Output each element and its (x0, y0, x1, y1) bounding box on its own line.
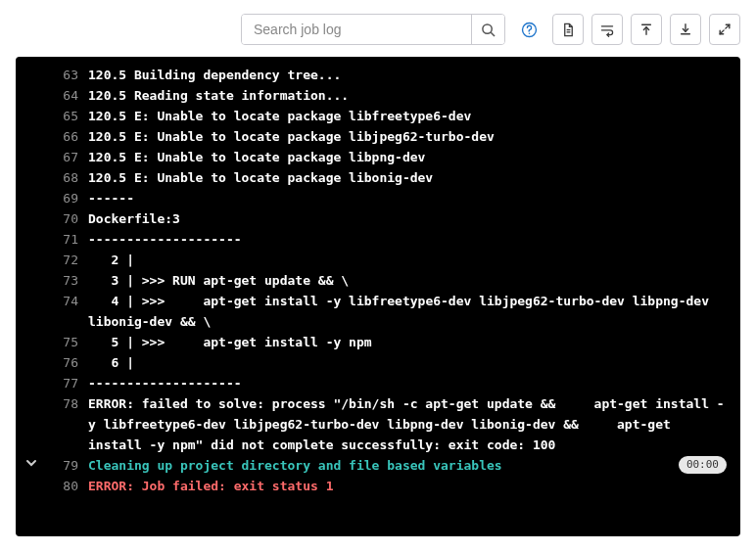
log-line-content: 2 | (88, 250, 731, 270)
arrow-up-to-line-icon (639, 23, 653, 36)
arrow-down-to-line-icon (679, 23, 692, 36)
help-button[interactable] (513, 14, 544, 45)
log-line: 67120.5 E: Unable to locate package libp… (16, 147, 740, 167)
log-line: 80ERROR: Job failed: exit status 1 (16, 476, 740, 496)
log-line: 74 4 | >>> apt-get install -y libfreetyp… (16, 291, 740, 332)
log-line: 68120.5 E: Unable to locate package libo… (16, 167, 740, 188)
log-line-content: Cleaning up project directory and file b… (88, 455, 731, 476)
log-line: 73 3 | >>> RUN apt-get update && \ (16, 270, 740, 291)
line-number[interactable]: 64 (47, 85, 88, 106)
line-number[interactable]: 78 (47, 393, 88, 414)
scroll-bottom-button[interactable] (670, 14, 701, 45)
line-number[interactable]: 79 (47, 455, 88, 476)
log-line-content: 6 | (88, 352, 731, 373)
log-line-content: 120.5 E: Unable to locate package libfre… (88, 106, 731, 126)
log-line-content: 120.5 E: Unable to locate package liboni… (88, 167, 731, 188)
log-line-content: 5 | >>> apt-get install -y npm (88, 332, 731, 352)
log-line: 63120.5 Building dependency tree... (16, 65, 740, 85)
log-line-content: Dockerfile:3 (88, 208, 731, 229)
log-line-content: 120.5 Building dependency tree... (88, 65, 731, 85)
log-line: 69------ (16, 188, 740, 208)
expand-icon (718, 23, 732, 36)
help-icon (521, 22, 538, 38)
search-group (241, 14, 505, 45)
job-log-panel: 63120.5 Building dependency tree...64120… (16, 57, 740, 536)
log-line-gutter (16, 188, 47, 190)
raw-log-button[interactable] (552, 14, 584, 45)
log-line: 75 5 | >>> apt-get install -y npm (16, 332, 740, 352)
log-line-content: -------------------- (88, 373, 731, 393)
log-line-gutter (16, 352, 47, 354)
line-number[interactable]: 74 (47, 291, 88, 311)
log-line-gutter (16, 147, 47, 149)
log-line-gutter (16, 291, 47, 293)
log-line-gutter[interactable] (16, 455, 47, 469)
log-line-gutter (16, 393, 47, 395)
log-line-content: ERROR: failed to solve: process "/bin/sh… (88, 393, 731, 455)
log-line: 77-------------------- (16, 373, 740, 393)
svg-point-3 (528, 32, 530, 34)
log-line-gutter (16, 332, 47, 334)
log-line: 71-------------------- (16, 229, 740, 250)
line-number[interactable]: 70 (47, 208, 88, 229)
log-line-gutter (16, 106, 47, 108)
line-number[interactable]: 69 (47, 188, 88, 208)
line-number[interactable]: 80 (47, 476, 88, 496)
log-line-gutter (16, 250, 47, 252)
fullscreen-button[interactable] (709, 14, 740, 45)
log-line: 70Dockerfile:3 (16, 208, 740, 229)
log-line-content: 3 | >>> RUN apt-get update && \ (88, 270, 731, 291)
log-line-content: -------------------- (88, 229, 731, 250)
log-line-gutter (16, 373, 47, 375)
line-number[interactable]: 77 (47, 373, 88, 393)
log-line-content: ------ (88, 188, 731, 208)
chevron-down-icon (25, 457, 37, 469)
log-line-content: 120.5 E: Unable to locate package libjpe… (88, 126, 731, 147)
log-line-content: 120.5 E: Unable to locate package libpng… (88, 147, 731, 167)
line-number[interactable]: 65 (47, 106, 88, 126)
line-number[interactable]: 75 (47, 332, 88, 352)
line-number[interactable]: 68 (47, 167, 88, 188)
log-line-gutter (16, 65, 47, 67)
log-line: 76 6 | (16, 352, 740, 373)
svg-point-0 (483, 23, 492, 32)
line-number[interactable]: 76 (47, 352, 88, 373)
search-button[interactable] (471, 15, 504, 44)
line-number[interactable]: 72 (47, 250, 88, 270)
log-line-gutter (16, 85, 47, 87)
log-line-gutter (16, 229, 47, 231)
log-line: 66120.5 E: Unable to locate package libj… (16, 126, 740, 147)
search-icon (481, 23, 496, 37)
log-line-gutter (16, 208, 47, 210)
line-number[interactable]: 66 (47, 126, 88, 147)
line-number[interactable]: 73 (47, 270, 88, 291)
log-line: 78ERROR: failed to solve: process "/bin/… (16, 393, 740, 455)
line-number[interactable]: 67 (47, 147, 88, 167)
log-line-gutter (16, 167, 47, 169)
log-line-content: 120.5 Reading state information... (88, 85, 731, 106)
document-icon (561, 23, 576, 37)
log-line: 64120.5 Reading state information... (16, 85, 740, 106)
log-line-gutter (16, 126, 47, 128)
wrap-lines-button[interactable] (591, 14, 623, 45)
search-input[interactable] (242, 15, 471, 44)
log-toolbar (16, 14, 740, 45)
log-line-content: 4 | >>> apt-get install -y libfreetype6-… (88, 291, 731, 332)
log-line-content: ERROR: Job failed: exit status 1 (88, 476, 731, 496)
section-duration-badge: 00:00 (679, 456, 727, 474)
log-line: 79Cleaning up project directory and file… (16, 455, 740, 476)
log-line-gutter (16, 476, 47, 478)
log-line-gutter (16, 270, 47, 272)
line-number[interactable]: 71 (47, 229, 88, 250)
scroll-top-button[interactable] (631, 14, 662, 45)
wrap-icon (599, 22, 615, 37)
line-number[interactable]: 63 (47, 65, 88, 85)
log-line: 72 2 | (16, 250, 740, 270)
log-line: 65120.5 E: Unable to locate package libf… (16, 106, 740, 126)
svg-line-1 (491, 32, 495, 36)
